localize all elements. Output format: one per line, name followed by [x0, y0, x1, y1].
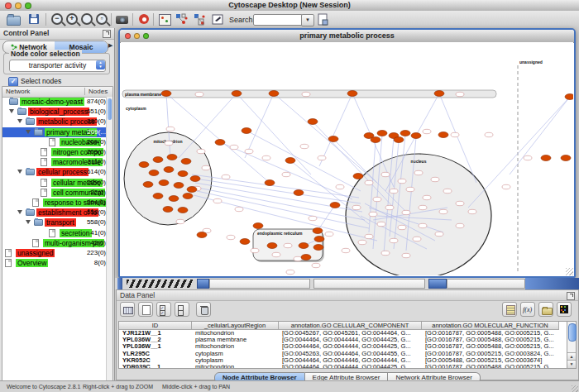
tree-row-label[interactable]: Overview [16, 259, 48, 267]
formula-builder-icon[interactable]: f(x) [520, 302, 535, 317]
zoom-fit-icon[interactable]: ▫ [96, 13, 109, 26]
tree-row[interactable]: establishment of lo558(0) [2, 208, 112, 218]
tree-expand-icon[interactable] [17, 210, 22, 214]
network-window-titlebar[interactable]: primary metabolic process [120, 30, 574, 43]
table-row[interactable]: YLR295Ccytoplasm[GO:0045263, GO:0044464,… [119, 351, 567, 357]
search-dropdown-icon[interactable]: ▼ [301, 14, 314, 26]
column-header[interactable]: annotation.GO CELLULAR_COMPONENT [279, 322, 422, 330]
tree-row-label[interactable]: secretion [60, 229, 92, 237]
tree-row-node-count: 41(0) [90, 229, 106, 237]
scroll-down-icon[interactable]: ▼ [567, 360, 576, 368]
select-attributes-icon[interactable]: ✓✓ [156, 302, 171, 317]
tree-row-node-count: 311(0) [87, 158, 106, 166]
table-row[interactable]: YKR052Ccytoplasm[GO:0044464, GO:0044446,… [119, 357, 567, 364]
app-resize-grip[interactable] [572, 385, 578, 392]
table-header-row: ID_cellularLayoutRegionannotation.GO CEL… [119, 322, 567, 330]
table-scrollbar[interactable]: ▲ ▼ [567, 321, 577, 369]
tree-row[interactable]: mosaic-demo-yeast874(0) [2, 97, 112, 107]
tree-scrollbar[interactable] [106, 97, 112, 392]
attribute-table[interactable]: ID_cellularLayoutRegionannotation.GO CEL… [118, 321, 567, 369]
tree-row-node-count: 42(0) [90, 239, 106, 247]
window-resize-grip[interactable] [566, 268, 573, 275]
table-cell: mitochondrion [192, 330, 279, 337]
save-session-icon[interactable] [27, 13, 41, 26]
tree-row[interactable]: multi-organism pro42(0) [2, 238, 112, 248]
tree-row-label[interactable]: transport [45, 218, 76, 227]
tree-row[interactable]: nitrogen compo209(0) [2, 147, 112, 157]
tree-row[interactable]: primary metabo209(... [2, 127, 112, 137]
table-row[interactable]: YJR121W__1mitochondrion[GO:0045267, GO:0… [119, 330, 567, 337]
folder-icon [17, 108, 26, 115]
float-data-panel-icon[interactable] [567, 292, 575, 300]
file-icon [41, 148, 47, 156]
tree-row[interactable]: cellular metabo209(0) [2, 178, 112, 188]
annotation-icon[interactable] [212, 13, 225, 26]
toolbar-separator [132, 13, 133, 26]
zoom-out-icon[interactable]: − [51, 13, 65, 26]
table-cell: plasma membrane [192, 337, 279, 343]
tree-row[interactable]: cellular process614(0) [2, 167, 112, 177]
unselect-attributes-icon[interactable] [175, 302, 189, 317]
background-windows-strip[interactable] [115, 278, 579, 289]
table-cell: [GO:0016787, GO:0005488, GO:0005215, G..… [422, 343, 559, 350]
open-attribute-file-icon[interactable] [538, 302, 553, 317]
tree-row[interactable]: metabolic process280(0) [2, 117, 112, 127]
table-row[interactable]: YPL036W__1mitochondrion[GO:0044464, GO:0… [119, 343, 567, 350]
table-cell: YPL036W__1 [119, 343, 192, 350]
table-cell: YLR295C [119, 351, 192, 357]
tree-expand-icon[interactable] [26, 130, 31, 134]
tree-row[interactable]: response to stimulu264(0) [2, 198, 112, 208]
main-toolbar: − + ▫ Search: ▼ [0, 11, 579, 29]
dropdown-stepper-icon[interactable]: ▲▼ [96, 60, 105, 69]
apply-layout-b-icon[interactable] [194, 13, 207, 26]
delete-attribute-icon[interactable] [196, 302, 211, 317]
snapshot-icon[interactable] [116, 13, 129, 26]
tree-row-label[interactable]: unassigned [16, 249, 55, 257]
tree-expand-icon[interactable] [17, 170, 22, 174]
node-color-dropdown[interactable]: transporter activity▲▼ [9, 60, 106, 72]
file-icon [32, 198, 39, 207]
tree-scrollbar-thumb[interactable] [108, 98, 112, 120]
column-header[interactable]: annotation.GO MOLECULAR_FUNCTION [422, 322, 559, 330]
tree-row[interactable]: cell communicat22(0) [2, 188, 112, 198]
search-config-icon[interactable] [317, 13, 330, 26]
table-scrollbar-thumb[interactable] [568, 323, 577, 342]
import-attributes-icon[interactable] [502, 302, 517, 317]
zoom-selected-icon[interactable] [81, 13, 94, 26]
vizmapper-icon[interactable] [158, 13, 171, 26]
tree-expand-icon[interactable] [17, 119, 22, 123]
search-input[interactable] [253, 14, 303, 26]
tree-row[interactable]: nucleobase-209(0) [2, 137, 112, 147]
network-tree-rows: mosaic-demo-yeast874(0)biological_proces… [2, 97, 112, 392]
open-session-icon[interactable] [7, 13, 20, 26]
tree-expand-icon[interactable] [9, 109, 14, 113]
zoom-in-icon[interactable]: + [66, 13, 79, 26]
matrix-view-icon[interactable] [557, 302, 572, 317]
tree-row-node-count: 874(0) [87, 98, 106, 106]
tree-row[interactable]: macromolecule311(0) [2, 157, 112, 167]
float-panel-icon[interactable] [103, 30, 111, 38]
table-cell: [GO:0045263, GO:0044464, GO:0044455, G..… [279, 351, 422, 357]
tree-row-label[interactable]: mosaic-demo-yeast [20, 98, 84, 106]
apply-layout-a-icon[interactable] [175, 13, 189, 26]
table-row[interactable]: YPL036W__2plasma membrane[GO:0044464, GO… [119, 337, 567, 343]
table-cell: cytoplasm [192, 357, 279, 364]
tab-overflow-arrow-icon[interactable]: ▶ [108, 42, 112, 49]
help-icon[interactable] [137, 13, 151, 26]
tree-row[interactable]: Overview8(0) [2, 258, 112, 268]
tree-row-label[interactable]: cellular process [36, 168, 89, 176]
tree-row[interactable]: biological_process651(0) [2, 107, 112, 117]
tree-row[interactable]: unassigned223(0) [2, 248, 112, 258]
background-window-bar [117, 278, 122, 289]
network-canvas[interactable]: plasma membranecytoplasmmitochondrionnuc… [121, 42, 573, 275]
attribute-browser-icon[interactable] [120, 302, 135, 317]
column-header[interactable]: ID [119, 322, 192, 330]
column-header[interactable]: _cellularLayoutRegion [192, 322, 279, 330]
new-attribute-icon[interactable] [138, 302, 153, 317]
file-icon [41, 189, 47, 197]
tree-row[interactable]: transport558(0) [2, 218, 112, 227]
svg-text:endoplasmic reticulum: endoplasmic reticulum [257, 231, 303, 236]
tree-row[interactable]: secretion41(0) [2, 228, 112, 238]
tree-expand-icon[interactable] [26, 220, 31, 224]
tree-row-label[interactable]: biological_process [28, 108, 89, 116]
